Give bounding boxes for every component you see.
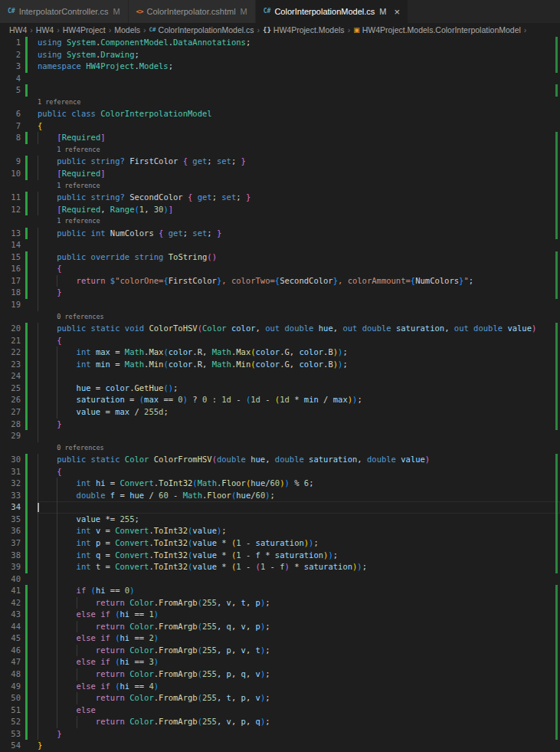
line-number[interactable]: 47 xyxy=(0,656,21,668)
code-text[interactable]: } xyxy=(38,287,560,299)
code-text[interactable] xyxy=(38,239,560,251)
code-text[interactable]: { xyxy=(38,335,560,347)
code-text[interactable] xyxy=(38,501,560,514)
line-number[interactable]: 12 xyxy=(0,204,21,216)
code-text[interactable]: double f = hue / 60 - Math.Floor(hue/60)… xyxy=(38,490,560,502)
code-text[interactable]: else if (hi == 4) xyxy=(38,681,560,693)
line-number[interactable]: 49 xyxy=(0,681,21,693)
code-text[interactable]: int max = Math.Max(color.R, Math.Max(col… xyxy=(38,346,560,359)
line-number[interactable]: 23 xyxy=(0,359,21,371)
line-number[interactable] xyxy=(0,144,21,156)
code-text[interactable] xyxy=(38,73,560,85)
code-text[interactable]: return Color.FromArgb(255, q, v, p); xyxy=(38,621,560,633)
breadcrumb-item-ColorInterpolationModel.cs[interactable]: C#ColorInterpolationModel.cs xyxy=(149,25,254,34)
line-number[interactable]: 19 xyxy=(0,299,21,311)
line-number[interactable]: 45 xyxy=(0,632,21,645)
line-number[interactable]: 41 xyxy=(0,585,21,597)
line-number[interactable]: 40 xyxy=(0,573,21,586)
codelens-link[interactable]: 0 references xyxy=(38,311,560,323)
line-number[interactable]: 42 xyxy=(0,597,21,609)
code-text[interactable]: public override string ToString() xyxy=(38,251,560,264)
codelens-link[interactable]: 1 reference xyxy=(38,144,560,156)
breadcrumb-item-HW4Project.Models.ColorInterpolationModel[interactable]: ▣HW4Project.Models.ColorInterpolationMod… xyxy=(353,25,521,34)
code-text[interactable]: return Color.FromArgb(255, p, q, v); xyxy=(38,668,560,681)
breadcrumb-item-HW4[interactable]: HW4 xyxy=(36,25,54,34)
line-number[interactable]: 22 xyxy=(0,346,21,359)
code-text[interactable]: public int NumColors { get; set; } xyxy=(38,228,560,240)
code-text[interactable]: [Required, Range(1, 30)] xyxy=(38,204,560,216)
code-text[interactable] xyxy=(38,430,560,442)
code-text[interactable]: { xyxy=(38,466,560,478)
line-number[interactable]: 44 xyxy=(0,621,21,633)
code-text[interactable]: value *= 255; xyxy=(38,514,560,526)
code-text[interactable] xyxy=(38,84,560,97)
line-number[interactable]: 11 xyxy=(0,192,21,204)
code-text[interactable]: if (hi == 0) xyxy=(38,585,560,597)
line-number[interactable]: 7 xyxy=(0,120,21,133)
code-text[interactable] xyxy=(38,299,560,311)
code-text[interactable]: int v = Convert.ToInt32(value); xyxy=(38,525,560,537)
code-text[interactable]: else if (hi == 2) xyxy=(38,632,560,645)
code-text[interactable]: int min = Math.Min(color.R, Math.Min(col… xyxy=(38,359,560,371)
line-number[interactable]: 48 xyxy=(0,668,21,681)
code-text[interactable]: } xyxy=(38,740,560,752)
line-number[interactable] xyxy=(0,311,21,323)
line-number[interactable] xyxy=(0,442,21,455)
line-number[interactable]: 29 xyxy=(0,430,21,442)
line-number[interactable]: 33 xyxy=(0,490,21,502)
line-number[interactable]: 28 xyxy=(0,419,21,431)
line-number[interactable]: 5 xyxy=(0,84,21,97)
line-number[interactable] xyxy=(0,180,21,192)
line-number[interactable]: 3 xyxy=(0,61,21,73)
code-text[interactable]: [Required] xyxy=(38,168,560,180)
code-text[interactable]: value = max / 255d; xyxy=(38,406,560,419)
code-text[interactable]: public string? FirstColor { get; set; } xyxy=(38,156,560,168)
code-text[interactable]: int q = Convert.ToInt32(value * (1 - f *… xyxy=(38,550,560,562)
codelens-link[interactable]: 1 reference xyxy=(38,215,560,228)
line-number[interactable]: 39 xyxy=(0,561,21,573)
code-text[interactable]: { xyxy=(38,120,560,133)
line-number[interactable]: 16 xyxy=(0,263,21,275)
line-number[interactable]: 20 xyxy=(0,323,21,335)
line-number[interactable]: 34 xyxy=(0,501,21,514)
code-text[interactable]: int t = Convert.ToInt32(value * (1 - (1 … xyxy=(38,561,560,573)
code-text[interactable]: using System.Drawing; xyxy=(38,49,560,61)
codelens-link[interactable]: 0 references xyxy=(38,442,560,455)
line-number[interactable]: 30 xyxy=(0,454,21,466)
line-number[interactable]: 14 xyxy=(0,239,21,251)
codelens-link[interactable]: 1 reference xyxy=(38,97,560,109)
line-number[interactable] xyxy=(0,215,21,228)
code-text[interactable]: public class ColorInterpolationModel xyxy=(38,108,560,120)
codelens-link[interactable]: 1 reference xyxy=(38,180,560,192)
close-icon[interactable]: × xyxy=(394,7,400,17)
line-number[interactable]: 25 xyxy=(0,383,21,395)
code-text[interactable]: } xyxy=(38,419,560,431)
line-number[interactable]: 9 xyxy=(0,156,21,168)
breadcrumb-item-HW4Project.Models[interactable]: {}HW4Project.Models xyxy=(263,25,345,34)
tab-InterpolatorController.cs[interactable]: C#InterpolatorController.csM xyxy=(0,0,129,23)
line-number[interactable]: 6 xyxy=(0,108,21,120)
code-text[interactable]: using System.ComponentModel.DataAnnotati… xyxy=(38,37,560,49)
line-number[interactable]: 32 xyxy=(0,478,21,490)
code-text[interactable] xyxy=(38,370,560,383)
overview-ruler[interactable] xyxy=(552,37,560,752)
breadcrumb-item-Models[interactable]: Models xyxy=(114,25,140,34)
line-number[interactable]: 13 xyxy=(0,228,21,240)
line-number[interactable]: 2 xyxy=(0,49,21,61)
line-number[interactable]: 31 xyxy=(0,466,21,478)
line-number[interactable]: 46 xyxy=(0,645,21,657)
code-text[interactable]: public static void ColorToHSV(Color colo… xyxy=(38,323,560,335)
line-number[interactable]: 21 xyxy=(0,335,21,347)
code-text[interactable]: return Color.FromArgb(255, t, p, v); xyxy=(38,692,560,704)
code-text[interactable]: [Required] xyxy=(38,132,560,144)
code-text[interactable]: else xyxy=(38,704,560,717)
tab-ColorInterpolator.cshtml[interactable]: <>ColorInterpolator.cshtmlM xyxy=(129,0,256,23)
line-number[interactable] xyxy=(0,97,21,109)
line-number[interactable]: 24 xyxy=(0,370,21,383)
code-text[interactable]: hue = color.GetHue(); xyxy=(38,383,560,395)
line-number[interactable]: 4 xyxy=(0,73,21,85)
code-text[interactable]: int p = Convert.ToInt32(value * (1 - sat… xyxy=(38,537,560,550)
line-number[interactable]: 8 xyxy=(0,132,21,144)
code-text[interactable]: public static Color ColorFromHSV(double … xyxy=(38,454,560,466)
line-number[interactable]: 38 xyxy=(0,550,21,562)
